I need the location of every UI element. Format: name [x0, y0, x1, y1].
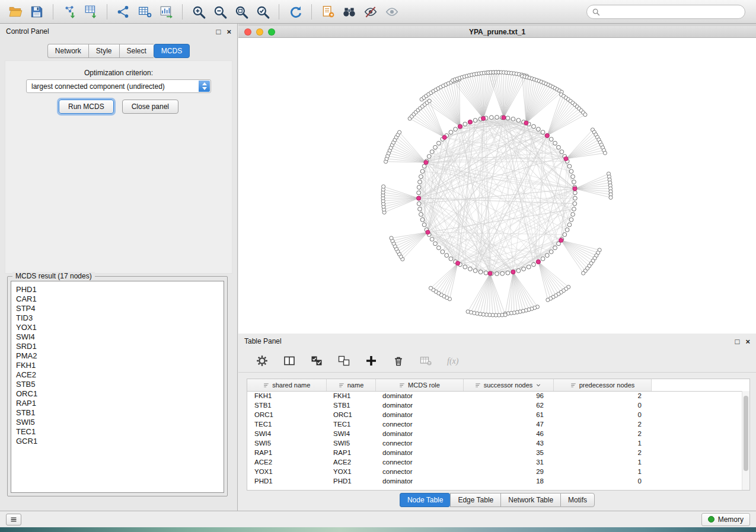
table-row[interactable]: STB1STB1dominator620: [247, 400, 749, 410]
column-icon[interactable]: [282, 353, 297, 368]
binoculars-icon[interactable]: [340, 3, 358, 21]
mcds-result-item[interactable]: RAP1: [16, 399, 219, 408]
toolbar-separator: [311, 4, 312, 20]
column-menu-icon[interactable]: [338, 382, 345, 389]
cell-predecessor-nodes: 1: [553, 438, 651, 448]
export-document-icon[interactable]: [319, 3, 337, 21]
cell-name: ACE2: [326, 457, 375, 467]
run-mcds-button[interactable]: Run MCDS: [59, 100, 114, 114]
select-stepper-icon[interactable]: [199, 81, 210, 92]
table-row[interactable]: ACE2ACE2connector311: [247, 457, 749, 467]
mcds-result-item[interactable]: FKH1: [16, 361, 219, 370]
tab-style[interactable]: Style: [88, 44, 119, 58]
mcds-result-item[interactable]: ORC1: [16, 389, 219, 399]
row-filler: [651, 400, 749, 410]
table-row[interactable]: TEC1TEC1connector472: [247, 419, 749, 429]
zoom-selected-icon[interactable]: [254, 3, 272, 21]
network-window-titlebar[interactable]: YPA_prune.txt_1: [238, 26, 756, 38]
column-menu-icon[interactable]: [263, 382, 270, 389]
column-header-name[interactable]: name: [326, 379, 375, 391]
column-menu-icon[interactable]: [398, 382, 406, 389]
close-panel-icon[interactable]: ×: [745, 338, 750, 345]
control-panel-title: Control Panel: [6, 27, 49, 36]
row-filler: [651, 457, 749, 467]
new-table-icon[interactable]: [136, 3, 154, 21]
toolbar-separator: [107, 4, 107, 20]
mcds-result-item[interactable]: STB5: [16, 380, 219, 389]
window-minimize-icon[interactable]: [256, 28, 263, 36]
gear-icon[interactable]: [254, 353, 270, 368]
tab-mcds[interactable]: MCDS: [154, 44, 190, 58]
table-delete-icon[interactable]: [418, 353, 433, 368]
mcds-result-item[interactable]: PMA2: [16, 351, 219, 361]
mcds-result-item[interactable]: GCR1: [16, 437, 219, 446]
unselect-all-icon[interactable]: [336, 353, 352, 368]
tab-motifs[interactable]: Motifs: [560, 493, 595, 507]
window-maximize-icon[interactable]: [268, 28, 275, 36]
tab-node-table[interactable]: Node Table: [400, 493, 451, 507]
row-filler: [651, 391, 749, 400]
open-file-icon[interactable]: [7, 3, 24, 21]
eye-icon[interactable]: [383, 3, 401, 21]
cell-shared-name: RAP1: [247, 448, 326, 457]
table-row[interactable]: YOX1YOX1connector291: [247, 467, 749, 476]
mcds-result-item[interactable]: TEC1: [16, 427, 219, 437]
search-input[interactable]: [604, 8, 740, 16]
memory-button[interactable]: Memory: [701, 513, 750, 526]
new-network-icon[interactable]: [114, 3, 132, 21]
chevron-down-icon[interactable]: [535, 382, 542, 389]
mcds-result-item[interactable]: SWI5: [16, 418, 219, 427]
save-icon[interactable]: [28, 3, 46, 21]
eye-slash-icon[interactable]: [362, 3, 379, 21]
fx-icon[interactable]: f(x): [445, 353, 461, 368]
tab-select[interactable]: Select: [119, 44, 154, 58]
table-row[interactable]: SWI5SWI5connector431: [247, 438, 749, 448]
import-network-icon[interactable]: [60, 3, 78, 21]
mcds-result-item[interactable]: ACE2: [16, 370, 219, 380]
zoom-in-icon[interactable]: [190, 3, 208, 21]
mcds-result-item[interactable]: STB1: [16, 408, 219, 418]
network-canvas[interactable]: [238, 38, 756, 334]
mcds-result-item[interactable]: TID3: [16, 313, 219, 323]
window-close-icon[interactable]: [244, 28, 251, 36]
table-row[interactable]: FKH1FKH1dominator962: [247, 391, 749, 400]
table-row[interactable]: RAP1RAP1dominator352: [247, 448, 749, 457]
criterion-select[interactable]: largest connected component (undirected): [26, 79, 211, 93]
tab-network-table[interactable]: Network Table: [500, 493, 560, 507]
column-header-shared-name[interactable]: shared name: [247, 379, 326, 391]
tab-network[interactable]: Network: [47, 44, 88, 58]
column-header-predecessor-nodes[interactable]: predecessor nodes: [553, 379, 651, 391]
refresh-icon[interactable]: [286, 3, 304, 21]
scrollbar-thumb[interactable]: [744, 396, 748, 471]
column-header-successor-nodes[interactable]: successor nodes: [463, 379, 553, 391]
column-menu-icon[interactable]: [570, 382, 577, 389]
status-menu-button[interactable]: [6, 514, 21, 525]
mcds-result-item[interactable]: SRD1: [16, 342, 219, 351]
export-image-icon[interactable]: [157, 3, 175, 21]
add-icon[interactable]: [363, 353, 379, 368]
search-box[interactable]: [586, 5, 745, 19]
import-table-icon[interactable]: [82, 3, 100, 21]
mcds-result-item[interactable]: YOX1: [16, 323, 219, 332]
select-all-icon[interactable]: [309, 353, 324, 368]
zoom-out-icon[interactable]: [211, 3, 229, 21]
trash-icon[interactable]: [391, 353, 406, 368]
mcds-result-scrollpane[interactable]: PHD1CAR1STP4TID3YOX1SWI4SRD1PMA2FKH1ACE2…: [11, 281, 224, 493]
column-header-mcds-role[interactable]: MCDS role: [375, 379, 463, 391]
cell-shared-name: ACE2: [247, 457, 326, 467]
table-row[interactable]: SWI4SWI4dominator462: [247, 429, 749, 438]
column-menu-icon[interactable]: [474, 382, 481, 389]
mcds-result-item[interactable]: PHD1: [16, 285, 219, 294]
table-row[interactable]: PHD1PHD1dominator180: [247, 476, 749, 486]
tab-edge-table[interactable]: Edge Table: [450, 493, 500, 507]
close-panel-icon[interactable]: ×: [227, 28, 231, 36]
zoom-fit-icon[interactable]: [232, 3, 250, 21]
close-panel-button[interactable]: Close panel: [122, 100, 178, 114]
table-scrollbar[interactable]: [742, 391, 749, 490]
mcds-result-item[interactable]: CAR1: [16, 294, 219, 304]
mcds-result-item[interactable]: SWI4: [16, 332, 219, 342]
float-panel-icon[interactable]: □: [216, 28, 221, 36]
mcds-result-item[interactable]: STP4: [16, 304, 219, 313]
table-row[interactable]: ORC1ORC1dominator610: [247, 410, 749, 419]
float-panel-icon[interactable]: □: [735, 338, 740, 345]
